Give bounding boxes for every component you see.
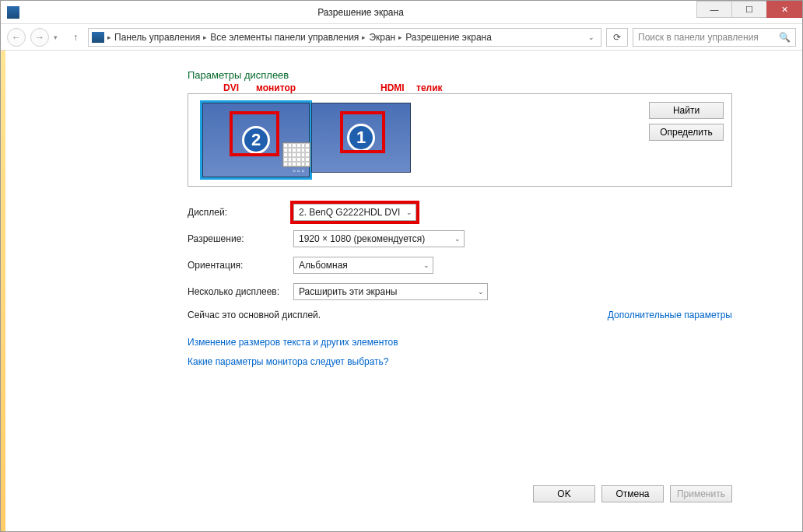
chevron-down-icon: ⌄ (454, 235, 461, 243)
display-arrangement-box: 2 ▫▫▫ 1 Найти (188, 93, 732, 187)
annotation-box (230, 111, 279, 156)
orientation-row: Ориентация: Альбомная ⌄ (188, 257, 732, 274)
displays-container[interactable]: 2 ▫▫▫ 1 (202, 103, 411, 177)
chevron-down-icon: ⌄ (406, 208, 412, 216)
orientation-select-value: Альбомная (299, 260, 348, 271)
titlebar: Разрешение экрана — ☐ ✕ (1, 1, 802, 24)
display-select[interactable]: 2. BenQ G2222HDL DVI ⌄ (293, 204, 416, 221)
taskbar-icon: ▫▫▫ (293, 166, 306, 175)
chevron-right-icon: ▸ (107, 33, 111, 41)
breadcrumb-item[interactable]: Панель управления (114, 32, 200, 43)
search-icon: 🔍 (779, 32, 791, 43)
multi-display-select-value: Расширить эти экраны (299, 286, 397, 297)
app-icon (7, 6, 19, 19)
display-1[interactable]: 1 (311, 103, 411, 173)
forward-button[interactable]: → (30, 28, 49, 47)
multi-display-label: Несколько дисплеев: (188, 286, 293, 297)
annotation-dvi: DVI (223, 82, 239, 93)
text-size-link[interactable]: Изменение размеров текста и других элеме… (188, 337, 398, 348)
annotation-tv: телик (416, 82, 443, 93)
find-button[interactable]: Найти (649, 102, 724, 119)
annotation-monitor: монитор (256, 82, 296, 93)
cancel-button[interactable]: Отмена (601, 485, 664, 502)
minimize-button[interactable]: — (696, 1, 732, 18)
chevron-down-icon: ⌄ (423, 261, 430, 269)
search-placeholder: Поиск в панели управления (638, 32, 759, 43)
resolution-label: Разрешение: (188, 233, 293, 244)
close-button[interactable]: ✕ (766, 1, 802, 18)
resolution-select-value: 1920 × 1080 (рекомендуется) (299, 233, 425, 244)
links-section: Изменение размеров текста и других элеме… (188, 334, 732, 373)
ok-button[interactable]: OK (533, 485, 595, 502)
orientation-label: Ориентация: (188, 260, 293, 271)
breadcrumb-item[interactable]: Все элементы панели управления (210, 32, 359, 43)
chevron-down-icon: ⌄ (478, 288, 484, 296)
annotation-hdmi: HDMI (380, 82, 405, 93)
up-button[interactable]: ↑ (68, 32, 83, 43)
display-2[interactable]: 2 ▫▫▫ (202, 103, 310, 177)
display-row: Дисплей: 2. BenQ G2222HDL DVI ⌄ (188, 204, 732, 221)
annotation-row: DVI монитор HDMI телик (188, 82, 732, 93)
calendar-overlay-icon (282, 142, 310, 167)
note-text: Сейчас это основной дисплей. (188, 310, 321, 320)
window: Разрешение экрана — ☐ ✕ ← → ▾ ↑ ▸ Панель… (0, 0, 803, 532)
multi-display-row: Несколько дисплеев: Расширить эти экраны… (188, 283, 732, 300)
page-heading: Параметры дисплеев (188, 69, 732, 81)
search-input[interactable]: Поиск в панели управления 🔍 (633, 28, 796, 47)
detect-button[interactable]: Определить (649, 124, 724, 141)
orientation-select[interactable]: Альбомная ⌄ (293, 257, 433, 274)
chevron-right-icon: ▸ (398, 33, 402, 41)
content-area: Параметры дисплеев DVI монитор HDMI тели… (1, 51, 802, 373)
refresh-button[interactable]: ⟳ (606, 28, 628, 47)
display-label: Дисплей: (188, 207, 293, 218)
control-panel-icon (92, 32, 104, 43)
resolution-select[interactable]: 1920 × 1080 (рекомендуется) ⌄ (293, 230, 465, 247)
resolution-row: Разрешение: 1920 × 1080 (рекомендуется) … (188, 230, 732, 247)
multi-display-select[interactable]: Расширить эти экраны ⌄ (293, 283, 488, 300)
address-dropdown[interactable]: ⌄ (585, 33, 598, 41)
breadcrumb-item[interactable]: Разрешение экрана (405, 32, 492, 43)
dialog-footer: OK Отмена Применить (1, 478, 802, 509)
annotation-box (340, 111, 385, 153)
window-buttons: — ☐ ✕ (697, 1, 802, 23)
breadcrumb-item[interactable]: Экран (369, 32, 395, 43)
navbar: ← → ▾ ↑ ▸ Панель управления ▸ Все элемен… (1, 24, 802, 51)
advanced-settings-link[interactable]: Дополнительные параметры (608, 310, 732, 320)
chevron-right-icon: ▸ (203, 33, 207, 41)
chevron-right-icon: ▸ (362, 33, 366, 41)
display-select-value: 2. BenQ G2222HDL DVI (299, 207, 400, 218)
apply-button: Применить (670, 485, 732, 502)
address-bar[interactable]: ▸ Панель управления ▸ Все элементы панел… (88, 28, 601, 47)
window-title: Разрешение экрана (24, 7, 697, 18)
history-dropdown[interactable]: ▾ (54, 33, 63, 41)
maximize-button[interactable]: ☐ (731, 1, 767, 18)
back-button[interactable]: ← (7, 28, 26, 47)
which-monitor-link[interactable]: Какие параметры монитора следует выбрать… (188, 356, 389, 367)
primary-display-note: Сейчас это основной дисплей. Дополнитель… (188, 310, 732, 320)
display-side-buttons: Найти Определить (649, 102, 724, 141)
